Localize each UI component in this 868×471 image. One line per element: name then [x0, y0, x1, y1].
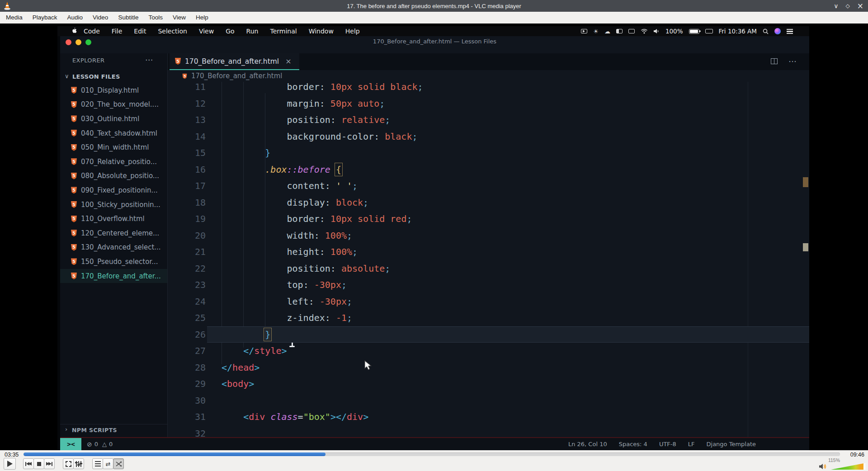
extended-settings-button[interactable] [73, 458, 84, 469]
warning-icon: △ [102, 441, 107, 447]
file-item: 5 170_Before_and_after... [60, 269, 167, 283]
minimize-icon[interactable]: ∨ [834, 3, 838, 9]
code-line: 23 top: -30px; [168, 277, 809, 293]
file-item: 5 030_Outline.html [60, 112, 167, 126]
vlc-menu-item[interactable]: Playback [28, 12, 62, 24]
next-button[interactable] [44, 458, 55, 469]
playlist-button[interactable] [92, 458, 103, 469]
vlc-menu-item[interactable]: Media [1, 12, 28, 24]
html-file-icon: 5 [71, 144, 77, 151]
volume-slider[interactable] [831, 463, 866, 470]
video-surface[interactable]: CodeFileEditSelectionViewGoRunTerminalWi… [0, 24, 868, 450]
explorer-sidebar: EXPLORER ⋯ ∨ LESSON FILES 5 010_Display.… [60, 53, 168, 437]
brightness-icon: ☀ [593, 28, 599, 35]
mac-menu-item: Code [78, 28, 106, 35]
file-list: 5 010_Display.html 5 020_The_box_model..… [60, 83, 167, 283]
html-file-icon: 5 [71, 273, 77, 279]
fullscreen-button[interactable] [63, 458, 74, 469]
seek-progress [24, 452, 326, 456]
menubar-clock: Fri 10:36 AM [719, 28, 757, 35]
statusbar-item: UTF-8 [659, 441, 676, 447]
editor: 5 170_Before_and_after.html × ⋯ 5 170_Be… [168, 53, 809, 437]
cloud-icon: ☁ [604, 28, 610, 35]
video-mac-screen: CodeFileEditSelectionViewGoRunTerminalWi… [57, 26, 809, 450]
time-elapsed: 03:35 [5, 452, 19, 458]
chevron-down-icon: ∨ [65, 73, 69, 80]
vlc-menu-item[interactable]: Tools [143, 12, 168, 24]
vlc-menu-item[interactable]: Help [191, 12, 213, 24]
statusbar-item: Ln 26, Col 10 [568, 441, 607, 447]
html-file-icon: 5 [71, 87, 77, 94]
control-center-icon [787, 29, 793, 34]
time-total: 09:46 [850, 452, 864, 458]
mac-menu-item: File [106, 28, 128, 35]
code-line: 29<body> [168, 376, 809, 392]
play-button[interactable] [4, 458, 16, 470]
shuffle-button[interactable] [113, 458, 124, 469]
remote-indicator-icon: >< [60, 438, 81, 450]
vlc-menu-item[interactable]: Subtitle [113, 12, 143, 24]
volume-speaker-icon [819, 463, 827, 470]
mac-menu-item: Run [241, 28, 264, 35]
code-line: 21 height: 100%; [168, 244, 809, 260]
html-file-icon: 5 [71, 115, 77, 122]
vscode-window-title: 170_Before_and_after.html — Lesson Files [60, 38, 809, 45]
file-item: 5 050_Min_width.html [60, 140, 167, 155]
mac-menubar: CodeFileEditSelectionViewGoRunTerminalWi… [57, 26, 809, 36]
code-line: 26 } [168, 326, 809, 343]
close-icon[interactable]: × [857, 2, 863, 10]
vlc-menu-item[interactable]: View [168, 12, 191, 24]
code-line: 16 .box::before { [168, 161, 809, 178]
explorer-title: EXPLORER [72, 57, 104, 64]
html-file-icon: 5 [71, 244, 77, 251]
scrollbar-marker [803, 177, 808, 187]
file-item: 5 100_Sticky_positionin... [60, 198, 167, 212]
vlc-titlebar: 17. The before and after pseudo elements… [0, 0, 868, 12]
file-item: 5 130_Advanced_select... [60, 240, 167, 255]
siri-icon [774, 28, 781, 34]
mac-menu-item: View [193, 28, 220, 35]
error-count: 0 [94, 441, 98, 447]
file-item: 5 110_Overflow.html [60, 212, 167, 226]
code-line: 31 <div class="box"></div> [168, 409, 809, 425]
loop-button[interactable]: ⇄ [103, 458, 113, 469]
statusbar-right: Ln 26, Col 10Spaces: 4UTF-8LFDjango Temp… [568, 441, 809, 447]
scrollbar-marker [803, 243, 808, 251]
mac-menu-item: Go [220, 28, 240, 35]
file-item: 5 120_Centered_eleme... [60, 226, 167, 240]
volume-percent: 115% [828, 457, 840, 463]
vlc-menu-item[interactable]: Video [88, 12, 113, 24]
maximize-icon[interactable]: ◇ [846, 3, 850, 9]
html-file-icon: 5 [71, 258, 77, 265]
mac-menu-item: Selection [152, 28, 193, 35]
mac-menu-item: Help [340, 28, 366, 35]
search-icon [763, 28, 769, 34]
statusbar-item: Django Template [707, 441, 756, 447]
file-item: 5 150_Pseudo_selector... [60, 254, 167, 269]
battery-percent: 100% [665, 28, 683, 35]
previous-button[interactable] [23, 458, 34, 469]
code-line: 11 border: 10px solid black; [168, 82, 809, 95]
stop-button[interactable] [33, 458, 44, 469]
html-file-icon: 5 [71, 101, 77, 108]
window-icon [628, 29, 635, 33]
code-line: 14 background-color: black; [168, 128, 809, 145]
explorer-actions-icon: ⋯ [145, 55, 153, 64]
battery-icon [689, 29, 699, 34]
statusbar-item: LF [688, 441, 695, 447]
warning-count: 0 [109, 441, 113, 447]
vlc-window-title: 17. The before and after pseudo elements… [0, 3, 868, 9]
statusbar-item: Spaces: 4 [619, 441, 647, 447]
code-line: 28</head> [168, 359, 809, 376]
vscode-window: 170_Before_and_after.html — Lesson Files… [60, 36, 809, 450]
mac-menu-item: Terminal [264, 28, 302, 35]
vlc-menu-item[interactable]: Audio [62, 12, 88, 24]
seek-bar[interactable] [24, 452, 840, 456]
file-item: 5 070_Relative_positio... [60, 155, 167, 169]
html-file-icon: 5 [71, 158, 77, 165]
editor-more-icon: ⋯ [788, 57, 797, 66]
wifi-icon [641, 28, 648, 34]
screen-mirroring-icon [581, 29, 587, 33]
vscode-titlebar: 170_Before_and_after.html — Lesson Files [60, 36, 809, 53]
code-line: 19 border: 10px solid red; [168, 211, 809, 227]
